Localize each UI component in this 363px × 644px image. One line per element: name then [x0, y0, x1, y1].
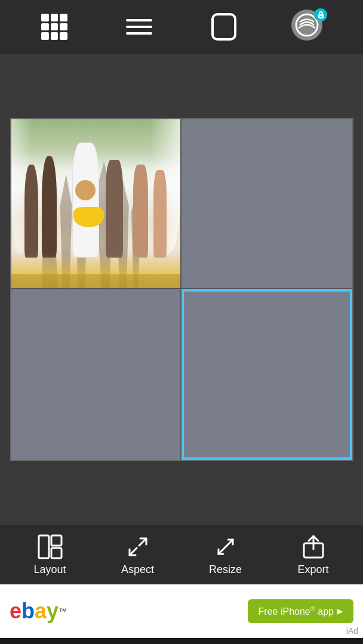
ebay-letter-y: y — [47, 599, 59, 624]
figure-girl-head — [75, 180, 96, 200]
yellow-bow — [73, 207, 104, 227]
ebay-letter-a: a — [35, 599, 47, 624]
resize-button[interactable]: Resize — [187, 534, 264, 576]
wedding-photo — [11, 119, 181, 289]
lock-icon — [317, 11, 325, 19]
profile-button[interactable] — [291, 9, 327, 45]
aspect-icon — [125, 534, 151, 560]
top-navigation-bar — [0, 0, 363, 54]
svg-rect-5 — [51, 548, 61, 558]
ad-banner[interactable]: ebay™ Free iPhone® app iAd — [0, 584, 363, 638]
grid-cell-3[interactable] — [11, 289, 182, 460]
layout-label: Layout — [33, 564, 66, 576]
layout-icon-svg — [37, 534, 63, 560]
resize-icon-svg — [213, 534, 239, 560]
ebay-tm: ™ — [59, 606, 67, 616]
resize-label: Resize — [209, 564, 242, 576]
free-app-cta[interactable]: Free iPhone® app — [248, 599, 353, 623]
grid-cell-4[interactable] — [182, 289, 352, 460]
aspect-label: Aspect — [121, 564, 154, 576]
bottom-toolbar: Layout Aspect Resize — [0, 525, 363, 584]
ebay-logo-text: ebay™ — [10, 599, 67, 624]
figure-2 — [42, 156, 57, 258]
lock-badge — [314, 8, 327, 21]
floor-base — [11, 274, 181, 288]
aspect-button[interactable]: Aspect — [99, 534, 177, 576]
svg-point-2 — [320, 16, 321, 17]
grid-cell-2[interactable] — [182, 119, 352, 290]
photo-grid — [10, 118, 353, 461]
hamburger-icon — [126, 19, 152, 35]
registered-mark: ® — [310, 605, 315, 612]
export-icon — [300, 534, 327, 560]
empty-cell-2 — [182, 119, 352, 289]
layout-icon — [37, 534, 63, 560]
grid-icon — [41, 14, 67, 40]
empty-cell-3 — [11, 289, 181, 460]
figure-1 — [24, 165, 38, 258]
rounded-rect-icon — [211, 13, 236, 41]
ebay-letter-e: e — [10, 599, 21, 624]
canvas-area — [0, 54, 363, 525]
figure-girl-dress — [72, 143, 99, 258]
export-icon-svg — [300, 534, 327, 560]
iad-label: iAd — [346, 626, 358, 636]
ebay-letter-b: b — [21, 599, 35, 624]
menu-button[interactable] — [121, 9, 157, 45]
export-label: Export — [297, 564, 328, 576]
resize-icon — [213, 534, 239, 560]
profile-icon-wrap — [291, 10, 326, 44]
figure-5 — [133, 165, 149, 258]
ebay-logo: ebay™ — [10, 599, 67, 624]
free-app-label: Free iPhone® app — [259, 605, 334, 617]
export-button[interactable]: Export — [275, 534, 352, 576]
layout-button[interactable]: Layout — [11, 534, 89, 576]
frame-button[interactable] — [206, 9, 242, 45]
empty-cell-4 — [184, 292, 350, 457]
figure-6 — [153, 170, 167, 258]
svg-rect-3 — [39, 535, 49, 558]
grid-cell-1[interactable] — [11, 119, 182, 290]
aspect-icon-svg — [125, 534, 151, 560]
svg-rect-4 — [51, 535, 61, 546]
grid-view-button[interactable] — [36, 9, 72, 45]
figure-4 — [106, 160, 122, 258]
